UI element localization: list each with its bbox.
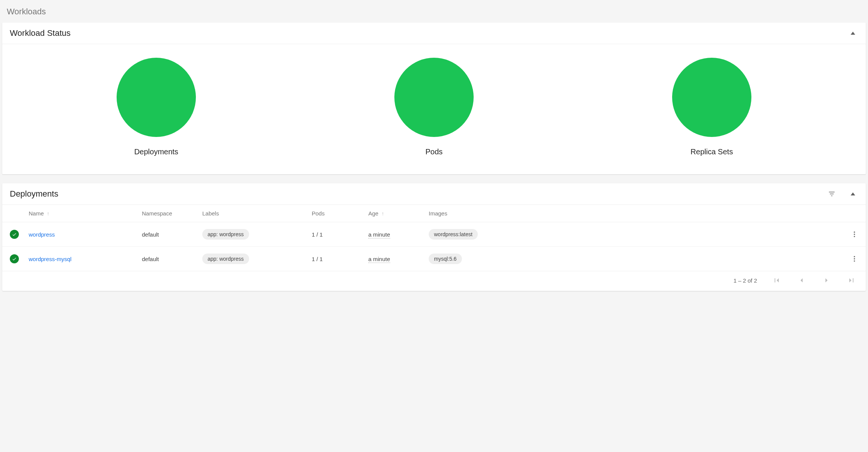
pagination-range: 1 – 2 of 2 [733,277,757,284]
filter-icon [828,190,836,198]
check-icon [12,256,17,261]
col-age-header[interactable]: Age↑ [365,205,425,222]
deployment-link[interactable]: wordpress-mysql [29,256,71,262]
more-vert-icon [851,231,858,238]
deployment-link[interactable]: wordpress [29,231,55,238]
pods-cell: 1 / 1 [308,222,365,247]
images-cell: mysql:5.6 [425,247,843,271]
label-chip: app: wordpress [202,254,249,264]
page-first-icon [773,276,781,284]
row-menu-button[interactable] [849,229,860,240]
col-labels-header[interactable]: Labels [199,205,308,222]
image-chip: mysql:5.6 [429,254,462,264]
status-item-replica-sets: Replica Sets [573,58,851,156]
col-status-header [2,205,25,222]
check-icon [12,232,17,237]
sort-asc-icon: ↑ [47,211,49,217]
workload-status-card: Workload Status Deployments Pods Replica… [2,23,866,174]
table-row: wordpressdefaultapp: wordpress1 / 1a min… [2,222,866,247]
collapse-toggle[interactable] [848,28,858,38]
page-prev-button[interactable] [796,275,807,286]
deployments-title: Deployments [10,189,58,199]
name-cell: wordpress [25,222,138,247]
status-label: Replica Sets [691,148,733,156]
status-item-deployments: Deployments [17,58,295,156]
name-cell: wordpress-mysql [25,247,138,271]
table-footer: 1 – 2 of 2 [2,271,866,291]
status-circle [394,58,474,137]
col-namespace-header[interactable]: Namespace [138,205,199,222]
image-chip: wordpress:latest [429,229,478,240]
chevron-left-icon [797,276,806,284]
row-menu-button[interactable] [849,254,860,264]
labels-cell: app: wordpress [199,247,308,271]
age-text: a minute [368,256,390,263]
images-cell: wordpress:latest [425,222,843,247]
col-name-header[interactable]: Name↑ [25,205,138,222]
workload-status-title: Workload Status [10,28,71,38]
table-row: wordpress-mysqldefaultapp: wordpress1 / … [2,247,866,271]
caret-up-icon [851,32,855,35]
svg-point-3 [854,256,855,257]
status-ok-badge [10,254,19,263]
page-last-icon [847,276,856,284]
namespace-cell: default [138,222,199,247]
page-title: Workloads [2,4,866,23]
age-text: a minute [368,231,390,238]
label-chip: app: wordpress [202,229,249,240]
page-first-button[interactable] [771,275,782,286]
status-circle [672,58,751,137]
status-label: Deployments [134,148,179,156]
status-item-pods: Pods [295,58,573,156]
more-vert-icon [851,255,858,263]
age-cell: a minute [365,222,425,247]
caret-up-icon [851,192,855,195]
status-cell [2,247,25,271]
namespace-cell: default [138,247,199,271]
col-images-header[interactable]: Images [425,205,843,222]
col-pods-header[interactable]: Pods [308,205,365,222]
status-ok-badge [10,230,19,239]
svg-point-1 [854,234,855,235]
svg-point-0 [854,232,855,233]
deployments-table: Name↑ Namespace Labels Pods Age↑ Images … [2,205,866,271]
status-cell [2,222,25,247]
labels-cell: app: wordpress [199,222,308,247]
deployments-card: Deployments [2,183,866,291]
row-actions-cell [843,247,866,271]
chevron-right-icon [822,276,831,284]
filter-button[interactable] [826,189,837,199]
age-cell: a minute [365,247,425,271]
collapse-toggle[interactable] [848,189,858,199]
row-actions-cell [843,222,866,247]
col-actions-header [843,205,866,222]
svg-point-2 [854,236,855,237]
svg-point-4 [854,258,855,259]
status-circle [117,58,196,137]
svg-point-5 [854,260,855,261]
page-last-button[interactable] [846,275,857,286]
status-label: Pods [425,148,443,156]
pods-cell: 1 / 1 [308,247,365,271]
page-next-button[interactable] [821,275,832,286]
sort-asc-icon: ↑ [382,211,384,217]
